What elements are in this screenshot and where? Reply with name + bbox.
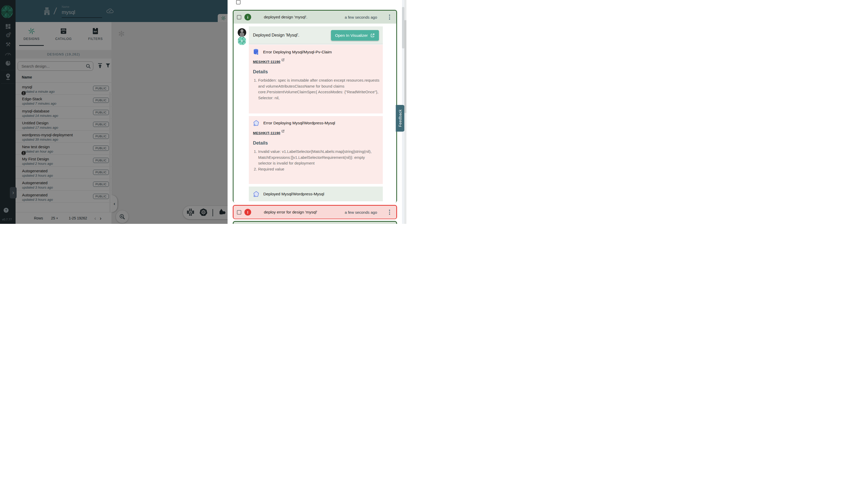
zoom-in-button[interactable] bbox=[116, 211, 129, 223]
design-name-field[interactable]: Name mysql bbox=[62, 5, 102, 18]
sidebar-expand-button[interactable]: › bbox=[10, 187, 17, 198]
filter-designs-button[interactable] bbox=[105, 63, 111, 69]
design-updated: updated 3 hours ago bbox=[22, 186, 53, 189]
design-name: mysql bbox=[22, 85, 32, 89]
sidebar-item-dashboard[interactable] bbox=[5, 23, 11, 30]
shapes-view-button[interactable] bbox=[218, 208, 226, 217]
organization-icon[interactable] bbox=[43, 7, 51, 17]
meshkit-error-link[interactable]: MESHKIT-11190 bbox=[253, 60, 285, 64]
error-status-icon: ! bbox=[244, 209, 251, 216]
meshkit-error-link[interactable]: MESHKIT-11190 bbox=[253, 131, 285, 135]
design-name-value[interactable]: mysql bbox=[62, 9, 102, 15]
design-row[interactable]: mysql-database updated 14 minutes ago PU… bbox=[16, 107, 112, 119]
notification-time: a few seconds ago bbox=[345, 15, 377, 20]
design-mode-tab[interactable]: Design bbox=[218, 14, 227, 22]
gears-icon: ⚙ ⚙ bbox=[6, 33, 11, 38]
design-name: My First Design bbox=[22, 157, 49, 161]
search-input[interactable] bbox=[21, 62, 83, 70]
search-box[interactable] bbox=[18, 61, 93, 71]
notification-checkbox[interactable] bbox=[237, 210, 241, 215]
design-name: Autogenerated bbox=[22, 193, 48, 197]
design-name-label: Name bbox=[62, 5, 102, 8]
design-name: Autogenerated bbox=[22, 181, 48, 185]
search-row bbox=[16, 61, 112, 71]
previous-page-button[interactable]: ‹ bbox=[94, 215, 96, 221]
design-row[interactable]: Edge-Stack updated 7 minutes ago PUBLIC bbox=[16, 95, 112, 106]
external-link-icon bbox=[281, 58, 285, 61]
speedometer-icon bbox=[5, 51, 11, 56]
sidebar-item-configuration[interactable]: ⚒ bbox=[5, 41, 11, 48]
funnel-icon bbox=[105, 63, 111, 68]
pie-mesh-icon bbox=[5, 60, 11, 66]
design-canvas[interactable]: ✻ ‹ bbox=[112, 22, 227, 224]
tools-icon: ⚒ bbox=[5, 42, 11, 47]
page-scrollbar[interactable] bbox=[404, 0, 406, 224]
design-name: mysql-database bbox=[22, 109, 50, 113]
external-link-icon bbox=[370, 33, 375, 38]
details-heading: Details bbox=[253, 69, 268, 75]
kubernetes-view-button[interactable] bbox=[199, 208, 207, 217]
deployed-success-text: Deployed Mysql/Wordpress-Mysql bbox=[263, 192, 324, 196]
notification-header[interactable]: i deployed design 'mysql'. a few seconds… bbox=[234, 11, 396, 24]
help-button[interactable]: ? bbox=[4, 208, 8, 213]
upload-icon bbox=[97, 63, 103, 69]
scrollbar-thumb[interactable] bbox=[404, 20, 406, 113]
sidebar-item-extensions[interactable] bbox=[5, 60, 11, 67]
design-row[interactable]: New test design updated an hour ago PUBL… bbox=[16, 142, 112, 154]
visibility-badge: PUBLIC bbox=[93, 98, 109, 103]
design-row[interactable]: Untitled Design updated 17 minutes ago P… bbox=[16, 119, 112, 131]
feedback-tab[interactable]: Feedback bbox=[396, 105, 405, 132]
meshery-avatar bbox=[238, 36, 246, 45]
design-updated: updated 2 hours ago bbox=[22, 162, 53, 165]
notification-center: i deployed design 'mysql'. a few seconds… bbox=[227, 0, 406, 224]
visibility-badge: PUBLIC bbox=[93, 86, 109, 91]
cloud-save-icon[interactable] bbox=[106, 7, 114, 15]
visibility-badge: PUBLIC bbox=[93, 158, 109, 163]
open-in-visualizer-button[interactable]: Open In Visualizer bbox=[331, 30, 379, 41]
design-updated: updated 39 minutes ago bbox=[22, 137, 58, 141]
design-updated: updated an hour ago bbox=[22, 150, 53, 153]
feedback-label: Feedback bbox=[398, 109, 402, 127]
design-updated: updated 17 minutes ago bbox=[22, 126, 58, 130]
design-name-underline bbox=[62, 18, 102, 18]
notification-checkbox[interactable] bbox=[237, 15, 241, 20]
design-row[interactable]: Autogenerated updated 3 hours ago PUBLIC bbox=[16, 167, 112, 179]
upload-design-button[interactable] bbox=[97, 63, 103, 70]
app-version: v0.7.77 bbox=[2, 218, 12, 221]
rows-per-page-select[interactable]: 25 ▾ bbox=[51, 216, 58, 220]
deploy-summary-panel: Deployed Design 'Mysql'. Open In Visuali… bbox=[249, 26, 383, 44]
search-icon[interactable] bbox=[86, 63, 91, 70]
notification-menu-button[interactable] bbox=[389, 210, 390, 215]
list-scrollbar[interactable] bbox=[110, 92, 111, 213]
design-row[interactable]: My First Design updated 2 hours ago PUBL… bbox=[16, 155, 112, 167]
design-row[interactable]: Autogenerated updated 3 hours ago PUBLIC bbox=[16, 191, 112, 202]
components-chip-button[interactable] bbox=[187, 208, 194, 217]
notification-card-partial[interactable] bbox=[233, 221, 397, 224]
tab-filters[interactable]: WA FILTERS bbox=[80, 22, 112, 46]
design-row[interactable]: wordpress-mysql-deployment updated 39 mi… bbox=[16, 131, 112, 142]
visibility-badge: PUBLIC bbox=[93, 182, 109, 187]
tab-catalog[interactable]: CATALOG bbox=[48, 22, 79, 46]
sidebar-item-lifecycle[interactable]: ⚙ ⚙ bbox=[5, 32, 11, 39]
tab-catalog-label: CATALOG bbox=[55, 37, 71, 41]
next-page-button[interactable]: › bbox=[100, 215, 102, 221]
canvas-toolbar bbox=[183, 206, 227, 219]
app-sidebar: ⚙ ⚙ ⚒ bbox=[0, 0, 16, 224]
visibility-badge: PUBLIC bbox=[93, 110, 109, 115]
design-row[interactable]: mysql updated a minute ago PUBLIC bbox=[16, 83, 112, 95]
scrollbar-thumb[interactable] bbox=[402, 7, 404, 49]
design-row[interactable]: Autogenerated updated 3 hours ago PUBLIC bbox=[16, 179, 112, 190]
app-header: / Name mysql bbox=[16, 0, 227, 22]
sidebar-item-connections[interactable] bbox=[5, 73, 11, 80]
notification-header[interactable]: ! deploy error for design 'mysql' a few … bbox=[234, 206, 396, 219]
panel-collapse-button[interactable]: ‹ bbox=[112, 195, 117, 212]
design-updated: updated 3 hours ago bbox=[22, 198, 53, 201]
tab-designs[interactable]: DESIGNS bbox=[16, 22, 48, 46]
magnifier-plus-icon bbox=[119, 214, 126, 220]
notification-menu-button[interactable] bbox=[389, 14, 390, 20]
sidebar-item-performance[interactable] bbox=[5, 50, 11, 57]
select-notification-checkbox[interactable] bbox=[236, 0, 241, 4]
design-name: Edge-Stack bbox=[22, 97, 42, 101]
chip-icon bbox=[187, 208, 194, 216]
panel-tabs: DESIGNS CATALOG WA bbox=[16, 22, 112, 46]
